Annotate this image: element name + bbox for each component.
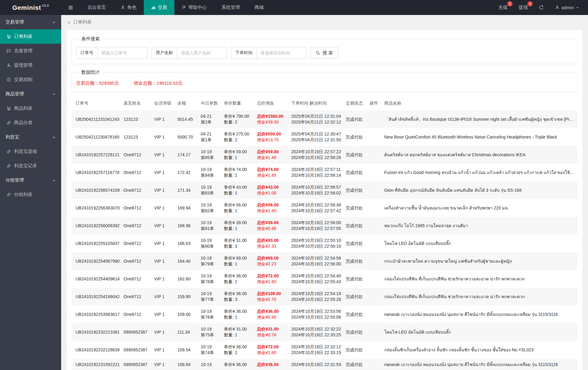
cell-times: 2024年10月19日 22:54:40 2024年10月19日 22:55:4… bbox=[289, 270, 343, 288]
today-date: 10-19 bbox=[201, 184, 219, 190]
unit-price: 单价¥ 43.00 bbox=[224, 184, 252, 190]
cell-status: 完成付款 bbox=[343, 305, 367, 323]
cell-real-name: 123123 bbox=[121, 128, 152, 146]
order-time-input[interactable] bbox=[257, 47, 306, 58]
cell-balance: 111.34 bbox=[175, 323, 198, 341]
commission: 佣金¥1.40 bbox=[257, 208, 286, 214]
unfreeze-time: 2024年10月19日 22:58:14 bbox=[291, 172, 341, 178]
sidebar-item-grouping-list[interactable]: 分组列表 bbox=[0, 187, 61, 202]
sidebar-group-grouping[interactable]: 分组管理 bbox=[0, 173, 61, 187]
app-window: Geminist V3.0 后台首页 角色 交易 bbox=[0, 0, 588, 370]
sidebar-group-trade-label: 交易管理 bbox=[6, 19, 24, 25]
search-row: 订单号 用户名称 下单时间 bbox=[76, 47, 573, 59]
sidebar-toggle-button[interactable] bbox=[61, 0, 80, 15]
user-menu[interactable]: admin bbox=[549, 0, 585, 15]
column-header: 总价佣金 bbox=[255, 96, 289, 110]
cell-vip-level: VIP 1 bbox=[152, 305, 175, 323]
cell-product-name: โคมไฟ LED อัตโนมัติ แบบเสียบปลั๊ก bbox=[382, 235, 578, 252]
total-transaction-stat: 交易总额：528395元 bbox=[76, 80, 119, 86]
cell-balance: 5014.45 bbox=[175, 110, 198, 128]
cell-vip-level: VIP 1 bbox=[152, 164, 175, 181]
column-header: 今日单数 bbox=[198, 96, 221, 110]
sidebar-lixibao-records-label: 利息宝记录 bbox=[14, 163, 37, 169]
topnav-item-role[interactable]: 角色 bbox=[113, 0, 144, 15]
sidebar-item-product-list[interactable]: 商品列表 bbox=[0, 101, 61, 116]
cell-order-no: UB2410192232221081 bbox=[72, 323, 121, 341]
cell-status: 完成付款 bbox=[343, 288, 367, 305]
cell-price-qty: 单价¥ 39.00 数量: 1 bbox=[221, 217, 255, 235]
sidebar: 交易管理 订单列表 充值管理 提现管理 交易控制 商品管理 bbox=[0, 15, 61, 370]
commission: 佣金¥2.33 bbox=[257, 243, 286, 249]
order-time: 2024年10月19日 22:57:22 bbox=[291, 149, 341, 155]
cell-real-name: One8712 bbox=[121, 288, 152, 305]
link-icon bbox=[6, 192, 11, 197]
cell-operation bbox=[367, 359, 382, 370]
order-time: 2024年10月19日 22:56:00 bbox=[291, 220, 341, 226]
total-price: 总价¥43.00 bbox=[257, 184, 286, 190]
order-time: 2025年04月21日 12:30:47 bbox=[291, 131, 341, 137]
cell-operation bbox=[367, 217, 382, 235]
cell-operation bbox=[367, 341, 382, 359]
withdraw-badge: 4 bbox=[527, 1, 533, 6]
cell-total-commission: 总价¥39.00 佣金¥0.98 bbox=[255, 217, 289, 235]
sidebar-grouping-list-label: 分组列表 bbox=[14, 192, 32, 198]
cell-today-orders: 10-19 第74单 bbox=[198, 341, 221, 359]
recharge-button[interactable]: 充值 2 bbox=[493, 0, 513, 15]
sidebar-group-trade[interactable]: 交易管理 bbox=[0, 15, 61, 29]
withdraw-button[interactable]: 提现 4 bbox=[513, 0, 533, 15]
sidebar-item-withdraw-mgmt[interactable]: 提现管理 bbox=[0, 58, 61, 72]
cell-times: 2024年10月19日 22:56:57 2024年10月19日 22:58:0… bbox=[289, 181, 343, 199]
cell-status: 完成付款 bbox=[343, 128, 367, 146]
table-header-row: 订单号真实姓名会员等级余额今日单数单价数量总价佣金下单时间 解冻时间交易状态操作… bbox=[72, 96, 578, 110]
cell-times: 2024年10月19日 22:56:38 2024年10月19日 22:57:4… bbox=[289, 199, 343, 217]
order-table-body: UB2504211231041243 123123 VIP 1 5014.45 … bbox=[72, 110, 578, 370]
order-time: 2024年10月19日 22:31:59 bbox=[291, 362, 341, 368]
commission: 佣金¥2.23 bbox=[257, 261, 286, 267]
sidebar-item-lixibao-records[interactable]: 利息宝记录 bbox=[0, 159, 61, 173]
cell-times: 2024年10月19日 22:32:12 2024年10月19日 22:33:1… bbox=[289, 341, 343, 359]
username-input[interactable] bbox=[177, 47, 227, 58]
sidebar-item-order-list[interactable]: 订单列表 bbox=[0, 29, 61, 44]
user-icon bbox=[555, 5, 560, 10]
topnav-item-home[interactable]: 后台首页 bbox=[80, 0, 113, 15]
refresh-button[interactable] bbox=[533, 0, 549, 15]
commission: 佣金¥1.08 bbox=[257, 190, 286, 196]
topbar-right: 充值 2 提现 4 admin bbox=[493, 0, 588, 15]
order-no-input[interactable] bbox=[98, 47, 147, 58]
cell-real-name: One8712 bbox=[121, 146, 152, 164]
cell-product-name: New Bose QuietComfort 45 Bluetooth Wirel… bbox=[382, 128, 578, 146]
cell-real-name: 0995852387 bbox=[121, 341, 152, 359]
cell-vip-level: VIP 1 bbox=[152, 270, 175, 288]
sidebar-item-trade-control[interactable]: 交易控制 bbox=[0, 72, 61, 87]
order-time: 2024年10月19日 22:56:57 bbox=[291, 184, 341, 190]
sidebar-group-lixibao[interactable]: 利息宝 bbox=[0, 130, 61, 144]
cell-operation bbox=[367, 235, 382, 252]
cell-real-name: One8712 bbox=[121, 305, 152, 323]
cell-real-name: One8712 bbox=[121, 235, 152, 252]
cell-balance: 159.00 bbox=[175, 305, 198, 323]
cell-vip-level: VIP 1 bbox=[152, 217, 175, 235]
sidebar-group-product[interactable]: 商品管理 bbox=[0, 87, 61, 101]
cell-balance: 172.42 bbox=[175, 164, 198, 181]
quantity: 数量: 1 bbox=[224, 314, 252, 320]
table-row: UB2410192257226121 One8712 VIP 1 174.27 … bbox=[72, 146, 578, 164]
topnav-item-help[interactable]: 帮助中心 bbox=[174, 0, 214, 15]
topnav-item-mall[interactable]: 商城 bbox=[247, 0, 271, 15]
sidebar-recharge-mgmt-label: 充值管理 bbox=[14, 48, 32, 54]
search-button[interactable]: 搜 索 bbox=[311, 47, 338, 59]
link-icon bbox=[6, 164, 11, 168]
sidebar-item-lixibao-options[interactable]: 利息宝选项 bbox=[0, 144, 61, 159]
cell-balance: 162.60 bbox=[175, 270, 198, 288]
unfreeze-time: 2024年10月19日 22:57:05 bbox=[291, 226, 341, 231]
order-time: 2024年10月19日 22:57:11 bbox=[291, 167, 341, 172]
sidebar-item-product-category[interactable]: 商品分类 bbox=[0, 116, 61, 130]
sidebar-item-recharge-mgmt[interactable]: 充值管理 bbox=[0, 44, 61, 58]
today-order-number: 第74单 bbox=[201, 350, 219, 356]
cell-total-commission: 总价¥72.00 佣金¥1.80 bbox=[255, 270, 289, 288]
cell-price-qty: 单价¥ 36.00 数量: 1 bbox=[221, 305, 255, 323]
unfreeze-time: 2024年10月19日 22:56:00 bbox=[291, 261, 341, 267]
topnav-item-trade[interactable]: 交易 bbox=[144, 0, 174, 15]
breadcrumb: » 订单列表 bbox=[61, 15, 588, 29]
topnav-item-system[interactable]: 系统管理 bbox=[214, 0, 247, 15]
cell-total-commission: 总价¥59.00 佣金¥1.48 bbox=[255, 146, 289, 164]
